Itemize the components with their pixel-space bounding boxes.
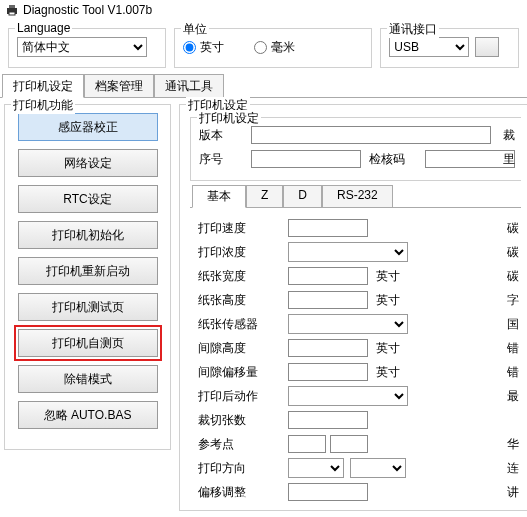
sensor-select[interactable] bbox=[288, 314, 408, 334]
language-group: Language 简体中文 bbox=[8, 28, 166, 68]
mirror-select[interactable] bbox=[350, 458, 406, 478]
tab-file-mgmt[interactable]: 档案管理 bbox=[84, 74, 154, 97]
param-tabs: 基本 Z D RS-232 bbox=[190, 185, 521, 208]
check-label: 检核码 bbox=[369, 151, 421, 168]
svg-rect-1 bbox=[9, 5, 15, 8]
density-select[interactable] bbox=[288, 242, 408, 262]
fn-debug-button[interactable]: 除错模式 bbox=[18, 365, 158, 393]
printer-setup-inner: 打印机设定 版本 裁 序号 检核码 里 bbox=[190, 117, 521, 181]
subtab-z[interactable]: Z bbox=[246, 185, 283, 207]
language-legend: Language bbox=[15, 21, 72, 35]
height-field[interactable] bbox=[288, 291, 368, 309]
ref-x-field[interactable] bbox=[288, 435, 326, 453]
svg-rect-2 bbox=[9, 12, 15, 15]
speed-field[interactable] bbox=[288, 219, 368, 237]
version-field[interactable] bbox=[251, 126, 491, 144]
unit-mm-radio[interactable]: 毫米 bbox=[254, 39, 295, 56]
comm-group: 通讯接口 USB bbox=[380, 28, 519, 68]
cut-field[interactable] bbox=[288, 411, 368, 429]
fn-restart-button[interactable]: 打印机重新启动 bbox=[18, 257, 158, 285]
dir-select[interactable] bbox=[288, 458, 344, 478]
serial-field[interactable] bbox=[251, 150, 361, 168]
postact-select[interactable] bbox=[288, 386, 408, 406]
gap-field[interactable] bbox=[288, 339, 368, 357]
shift-field[interactable] bbox=[288, 483, 368, 501]
fn-network-button[interactable]: 网络设定 bbox=[18, 149, 158, 177]
subtab-d[interactable]: D bbox=[283, 185, 322, 207]
fn-testpage-button[interactable]: 打印机测试页 bbox=[18, 293, 158, 321]
unit-group: 单位 英寸 毫米 bbox=[174, 28, 372, 68]
fn-selftest-button[interactable]: 打印机自测页 bbox=[18, 329, 158, 357]
check-field[interactable] bbox=[425, 150, 515, 168]
tab-printer-setup[interactable]: 打印机设定 bbox=[2, 74, 84, 98]
printer-function-group: 打印机功能 感应器校正 网络设定 RTC设定 打印机初始化 打印机重新启动 打印… bbox=[4, 104, 171, 450]
subtab-rs232[interactable]: RS-232 bbox=[322, 185, 393, 207]
main-tabs: 打印机设定 档案管理 通讯工具 bbox=[0, 74, 527, 98]
width-field[interactable] bbox=[288, 267, 368, 285]
subtab-basic[interactable]: 基本 bbox=[192, 185, 246, 208]
fn-init-button[interactable]: 打印机初始化 bbox=[18, 221, 158, 249]
tab-comm-tool[interactable]: 通讯工具 bbox=[154, 74, 224, 97]
serial-label: 序号 bbox=[199, 151, 251, 168]
fn-sensor-calib-button[interactable]: 感应器校正 bbox=[18, 113, 158, 141]
version-label: 版本 bbox=[199, 127, 251, 144]
comm-select[interactable]: USB bbox=[389, 37, 469, 57]
comm-legend: 通讯接口 bbox=[387, 21, 439, 38]
ref-y-field[interactable] bbox=[330, 435, 368, 453]
gapoffset-field[interactable] bbox=[288, 363, 368, 381]
window-title: Diagnostic Tool V1.007b bbox=[23, 3, 152, 17]
fn-ignore-autobas-button[interactable]: 忽略 AUTO.BAS bbox=[18, 401, 158, 429]
unit-inch-radio[interactable]: 英寸 bbox=[183, 39, 224, 56]
language-select[interactable]: 简体中文 bbox=[17, 37, 147, 57]
printer-icon bbox=[5, 3, 19, 17]
fn-rtc-button[interactable]: RTC设定 bbox=[18, 185, 158, 213]
printer-setup-outer: 打印机设定 打印机设定 版本 裁 序号 检核码 里 基本 Z bbox=[179, 104, 527, 511]
unit-legend: 单位 bbox=[181, 21, 209, 38]
comm-setup-button[interactable] bbox=[475, 37, 499, 57]
